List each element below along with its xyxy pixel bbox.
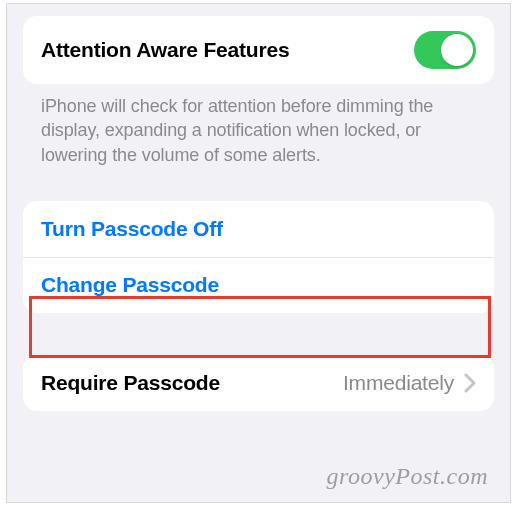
require-passcode-row[interactable]: Require Passcode Immediately (23, 355, 494, 411)
turn-passcode-off-label: Turn Passcode Off (41, 217, 223, 241)
change-passcode-row[interactable]: Change Passcode (23, 257, 494, 313)
require-passcode-value: Immediately (343, 371, 454, 395)
require-passcode-label: Require Passcode (41, 371, 220, 395)
toggle-knob-icon (441, 34, 473, 66)
chevron-right-icon (464, 373, 476, 393)
watermark-text: groovyPost.com (327, 463, 488, 490)
change-passcode-label: Change Passcode (41, 273, 219, 297)
attention-aware-footer: iPhone will check for attention before d… (7, 84, 510, 167)
attention-aware-toggle[interactable] (414, 31, 476, 69)
attention-aware-title: Attention Aware Features (41, 38, 289, 62)
turn-passcode-off-row[interactable]: Turn Passcode Off (23, 201, 494, 257)
attention-aware-row[interactable]: Attention Aware Features (23, 16, 494, 84)
